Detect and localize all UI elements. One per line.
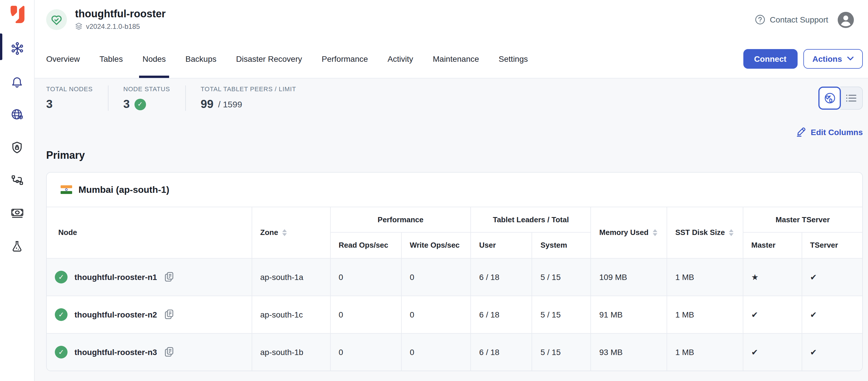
node-name: thoughtful-rooster-n3 bbox=[74, 348, 157, 357]
sidebar-active-indicator bbox=[0, 33, 2, 60]
copy-icon bbox=[164, 310, 174, 319]
tab-nodes[interactable]: Nodes bbox=[143, 39, 166, 78]
read-ops-cell: 0 bbox=[331, 296, 401, 333]
table-row: ✓ thoughtful-rooster-n1 bbox=[47, 258, 862, 296]
sidebar-item-billing[interactable] bbox=[10, 206, 24, 220]
edit-columns-link[interactable]: Edit Columns bbox=[797, 127, 863, 137]
read-ops-cell: 0 bbox=[331, 333, 401, 371]
stats-row: TOTAL NODES 3 NODE STATUS 3 ✓ TOTAL TABL… bbox=[46, 85, 863, 111]
node-cell: ✓ thoughtful-rooster-n1 bbox=[47, 258, 252, 296]
zone-cell: ap-south-1a bbox=[252, 258, 331, 296]
section-title-primary: Primary bbox=[46, 149, 863, 162]
sidebar-item-labs[interactable] bbox=[10, 239, 24, 253]
write-ops-cell: 0 bbox=[401, 333, 471, 371]
title-block: thoughtful-rooster v2024.2.1.0-b185 bbox=[75, 9, 166, 31]
region-name: Mumbai (ap-south-1) bbox=[79, 184, 169, 195]
column-header-tserver[interactable]: TServer bbox=[802, 232, 862, 258]
tab-disaster-recovery[interactable]: Disaster Recovery bbox=[236, 39, 302, 78]
stat-label: TOTAL TABLET PEERS / LIMIT bbox=[200, 85, 296, 92]
stat-node-status: NODE STATUS 3 ✓ bbox=[108, 85, 185, 111]
main-area: thoughtful-rooster v2024.2.1.0-b185 Cont… bbox=[35, 0, 868, 381]
write-ops-cell: 0 bbox=[401, 258, 471, 296]
column-header-write-ops[interactable]: Write Ops/sec bbox=[401, 232, 471, 258]
region-card-header: Mumbai (ap-south-1) bbox=[47, 173, 862, 207]
node-healthy-icon: ✓ bbox=[55, 270, 67, 283]
tab-activity[interactable]: Activity bbox=[388, 39, 413, 78]
nodes-table: Node Zone Performance Tablet Leaders / T… bbox=[47, 207, 862, 371]
system-tablets-cell: 5 / 15 bbox=[532, 258, 591, 296]
copy-node-name-button[interactable] bbox=[164, 310, 174, 319]
user-avatar[interactable] bbox=[837, 11, 854, 28]
column-group-performance: Performance bbox=[331, 207, 471, 232]
copy-node-name-button[interactable] bbox=[164, 347, 174, 357]
tserver-check-icon: ✔ bbox=[802, 296, 862, 333]
copy-icon bbox=[164, 347, 174, 357]
actions-button[interactable]: Actions bbox=[803, 49, 863, 68]
sidebar-item-cloud-config[interactable] bbox=[10, 107, 24, 121]
user-tablets-cell: 6 / 18 bbox=[471, 296, 532, 333]
tab-overview[interactable]: Overview bbox=[46, 39, 80, 78]
list-icon bbox=[845, 93, 857, 103]
tserver-check-icon: ✔ bbox=[802, 333, 862, 371]
heart-check-icon bbox=[50, 13, 63, 27]
tserver-check-icon: ✔ bbox=[802, 258, 862, 296]
node-healthy-icon: ✓ bbox=[55, 346, 67, 358]
tab-performance[interactable]: Performance bbox=[322, 39, 368, 78]
column-header-sst-disk-size[interactable]: SST Disk Size bbox=[667, 207, 743, 258]
flask-icon bbox=[10, 239, 24, 253]
yugabyte-logo[interactable] bbox=[9, 6, 25, 25]
sst-disk-size-cell: 1 MB bbox=[667, 296, 743, 333]
memory-used-cell: 109 MB bbox=[591, 258, 667, 296]
sort-icon bbox=[282, 229, 287, 236]
column-group-master-tserver: Master TServer bbox=[743, 207, 862, 232]
node-name: thoughtful-rooster-n2 bbox=[74, 310, 157, 319]
stat-value: 99 bbox=[200, 97, 214, 111]
edit-columns-label: Edit Columns bbox=[811, 127, 863, 137]
topbar: thoughtful-rooster v2024.2.1.0-b185 Cont… bbox=[35, 0, 868, 39]
column-header-zone[interactable]: Zone bbox=[252, 207, 331, 258]
column-group-tablet-leaders: Tablet Leaders / Total bbox=[471, 207, 591, 232]
column-header-system[interactable]: System bbox=[532, 232, 591, 258]
network-hub-icon bbox=[10, 41, 24, 55]
nodes-table-head: Node Zone Performance Tablet Leaders / T… bbox=[47, 207, 862, 258]
system-tablets-cell: 5 / 15 bbox=[532, 333, 591, 371]
sidebar-item-tasks[interactable] bbox=[10, 173, 24, 187]
globe-gear-icon bbox=[10, 107, 24, 121]
universe-health-badge bbox=[46, 9, 67, 30]
stat-tablet-peers: TOTAL TABLET PEERS / LIMIT 99 / 1599 bbox=[186, 85, 311, 111]
node-cell: ✓ thoughtful-rooster-n3 bbox=[47, 333, 252, 371]
topbar-right: Contact Support bbox=[755, 11, 854, 28]
sidebar-item-alerts[interactable] bbox=[10, 75, 24, 88]
tab-settings[interactable]: Settings bbox=[499, 39, 528, 78]
zone-cell: ap-south-1c bbox=[252, 296, 331, 333]
sidebar-item-security[interactable] bbox=[10, 140, 24, 154]
sst-disk-size-cell: 1 MB bbox=[667, 333, 743, 371]
master-check-icon: ✔ bbox=[743, 296, 802, 333]
table-row: ✓ thoughtful-rooster-n3 bbox=[47, 333, 862, 371]
system-tablets-cell: 5 / 15 bbox=[532, 296, 591, 333]
connect-button[interactable]: Connect bbox=[743, 49, 797, 68]
contact-support-label: Contact Support bbox=[770, 15, 828, 24]
node-cell: ✓ thoughtful-rooster-n2 bbox=[47, 296, 252, 333]
copy-node-name-button[interactable] bbox=[164, 272, 174, 282]
sidebar bbox=[0, 0, 35, 381]
layers-icon bbox=[75, 23, 83, 30]
column-header-node[interactable]: Node bbox=[47, 207, 252, 258]
tab-maintenance[interactable]: Maintenance bbox=[433, 39, 479, 78]
tab-backups[interactable]: Backups bbox=[186, 39, 216, 78]
contact-support-link[interactable]: Contact Support bbox=[755, 14, 828, 25]
app-root: thoughtful-rooster v2024.2.1.0-b185 Cont… bbox=[0, 0, 868, 381]
globe-view-button[interactable] bbox=[818, 87, 841, 110]
column-header-read-ops[interactable]: Read Ops/sec bbox=[331, 232, 401, 258]
column-header-master[interactable]: Master bbox=[743, 232, 802, 258]
sidebar-item-universes[interactable] bbox=[10, 41, 24, 55]
version-label: v2024.2.1.0-b185 bbox=[86, 23, 140, 31]
chevron-down-icon bbox=[847, 57, 854, 61]
column-header-user[interactable]: User bbox=[471, 232, 532, 258]
tab-actions: Connect Actions bbox=[743, 39, 863, 78]
user-tablets-cell: 6 / 18 bbox=[471, 333, 532, 371]
column-header-memory-used[interactable]: Memory Used bbox=[591, 207, 667, 258]
list-view-button[interactable] bbox=[840, 87, 863, 110]
content: TOTAL NODES 3 NODE STATUS 3 ✓ TOTAL TABL… bbox=[35, 85, 868, 371]
tab-tables[interactable]: Tables bbox=[99, 39, 123, 78]
